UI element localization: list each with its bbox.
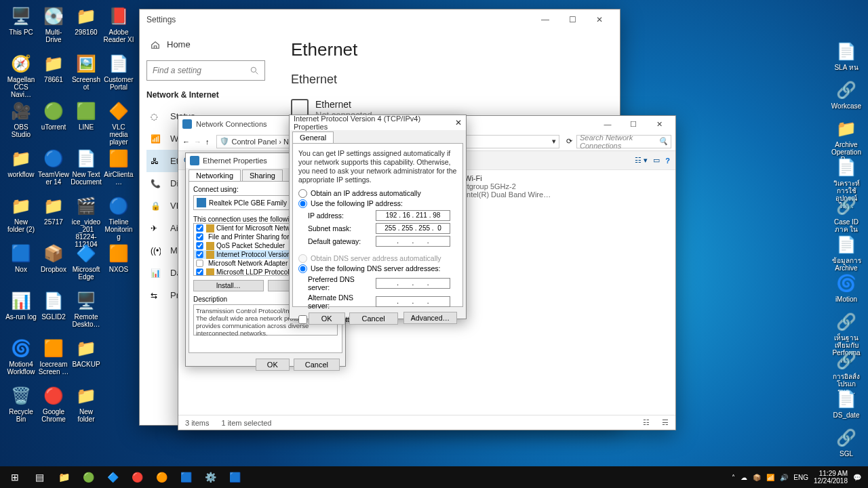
forward-button[interactable]: →	[194, 138, 201, 146]
desktop-icon[interactable]: 🎥OBS Studio	[5, 100, 37, 138]
settings-icon[interactable]: ⚙️	[198, 466, 222, 488]
desktop-icon[interactable]: 📁25717	[38, 195, 69, 226]
tab-networking[interactable]: Networking	[189, 169, 241, 181]
subnet-mask-field[interactable]	[376, 223, 450, 234]
edge-icon[interactable]: 🔷	[100, 466, 125, 488]
desktop-icon[interactable]: 🔗SGL	[831, 427, 862, 458]
page-title: Ethernet	[291, 39, 601, 60]
task-view-button[interactable]: ▤	[27, 466, 52, 488]
desktop-icon[interactable]: 🔗Workcase	[831, 79, 862, 110]
ok-button[interactable]: OK	[256, 359, 290, 371]
view-details-icon[interactable]: ☷	[643, 418, 650, 427]
view-icons-button[interactable]: ☷ ▾	[635, 156, 648, 165]
desktop-icon[interactable]: 🖼️Screenshot	[71, 53, 102, 91]
app-icon[interactable]: 🟠	[149, 466, 174, 488]
desktop-icon[interactable]: 💽Multi-Drive	[38, 5, 69, 43]
desktop-icon[interactable]: 📄ข้อมูลการ Archive	[831, 234, 862, 272]
cancel-button[interactable]: Cancel	[349, 312, 398, 325]
desktop-icon[interactable]: 🔴Google Chrome	[38, 385, 69, 423]
desktop-icon[interactable]: 📁298160	[71, 5, 102, 36]
view-list-icon[interactable]: ☴	[662, 418, 669, 427]
help-button[interactable]: ?	[665, 157, 670, 165]
chrome-icon[interactable]: 🔴	[125, 466, 149, 488]
desktop-icon[interactable]: 🖥️Remote Deskto…	[71, 290, 102, 328]
action-center-icon[interactable]: 💬	[853, 474, 861, 481]
back-button[interactable]: ←	[182, 138, 190, 146]
search-box[interactable]: Search Network Connections 🔍	[576, 135, 671, 148]
svg-point-0	[251, 67, 256, 72]
close-button[interactable]: ✕	[586, 10, 613, 29]
desktop-icon[interactable]: 🟧AirClienta…	[103, 148, 134, 186]
desktop-icon[interactable]: 📄SLA หน	[831, 41, 862, 71]
desktop-icon[interactable]: 🟧Icecream Screen …	[38, 338, 69, 375]
install-button[interactable]: Install…	[193, 280, 264, 291]
preferred-dns-field[interactable]	[376, 278, 450, 289]
advanced-button[interactable]: Advanced…	[403, 312, 457, 324]
close-button[interactable]: ✕	[647, 117, 671, 131]
close-button[interactable]: ✕	[455, 118, 462, 127]
desktop-icon[interactable]: 📊As-run log	[5, 290, 37, 321]
desktop-icon[interactable]: 🟧NXOS	[103, 243, 134, 273]
preview-pane-button[interactable]: ▭	[653, 156, 660, 165]
desktop-icon[interactable]: 📁workflow	[5, 148, 37, 178]
desktop-icon[interactable]: 🌀iMotion	[831, 272, 862, 303]
desktop-icon[interactable]: 📁New folder (2)	[5, 195, 37, 233]
desktop-icon[interactable]: 🔵Tieline Monitoring	[103, 195, 134, 241]
wifi-adapter-item[interactable]: Wi-Fi rtgroup 5GHz-2 Intel(R) Dual Band …	[465, 174, 671, 199]
desktop-icon[interactable]: 📄DS_date	[831, 388, 862, 419]
tab-sharing[interactable]: Sharing	[242, 169, 283, 181]
radio-obtain-ip-auto[interactable]: Obtain an IP address automatically	[298, 189, 457, 198]
desktop-icon[interactable]: 🔵TeamViewer 14	[38, 148, 69, 186]
desktop-icon[interactable]: 🧭Magellan CCS Navi…	[5, 53, 37, 98]
desktop-icon[interactable]: 📄Customer Portal	[103, 53, 134, 91]
up-button[interactable]: ↑	[205, 138, 210, 146]
ok-button[interactable]: OK	[309, 312, 345, 325]
tab-general[interactable]: General	[292, 131, 334, 143]
desktop-icon[interactable]: 📁BACKUP	[71, 338, 102, 368]
desktop-icon[interactable]: 📁New folder	[71, 385, 102, 423]
desktop-icon[interactable]: 🌀Motion4 Workflow	[5, 338, 37, 375]
maximize-button[interactable]: ☐	[621, 117, 646, 131]
file-explorer-icon[interactable]: 📁	[52, 466, 76, 488]
screenshot-tool-icon[interactable]: 🟦	[222, 466, 247, 488]
utorrent-icon[interactable]: 🟢	[76, 466, 100, 488]
default-gateway-field[interactable]	[376, 236, 450, 247]
desktop-icon[interactable]: 🟩LINE	[71, 100, 102, 131]
refresh-button[interactable]: ⟳	[566, 137, 572, 146]
desktop-icon[interactable]: 🟢uTorrent	[38, 100, 69, 131]
ip-address-field[interactable]	[376, 210, 450, 221]
tray-dropbox-icon[interactable]: 📦	[753, 474, 761, 481]
page-subheader: Ethernet	[291, 73, 601, 87]
start-button[interactable]: ⊞	[3, 466, 27, 488]
settings-search[interactable]: Find a setting	[146, 60, 265, 81]
minimize-button[interactable]: —	[595, 117, 620, 131]
desktop-icon[interactable]: 🗑️Recycle Bin	[5, 385, 37, 423]
minimize-button[interactable]: —	[532, 10, 559, 29]
cancel-button[interactable]: Cancel	[294, 359, 340, 371]
desktop-icon[interactable]: 📄SGLID2	[38, 290, 69, 321]
desktop-icon[interactable]: 🎬ice_video_201 81224-112104	[71, 195, 102, 248]
maximize-button[interactable]: ☐	[559, 10, 586, 29]
radio-use-ip[interactable]: Use the following IP address:	[298, 199, 457, 208]
home-link[interactable]: Home	[146, 34, 265, 55]
desktop-icon[interactable]: 🖥️This PC	[5, 5, 37, 36]
svg-text:🔒: 🔒	[151, 201, 161, 211]
app-icon-2[interactable]: 🟦	[174, 466, 198, 488]
desktop-icon[interactable]: 🔷Microsoft Edge	[71, 243, 102, 281]
desktop-icon[interactable]: 📄New Text Document	[71, 148, 102, 186]
tray-cloud-icon[interactable]: ☁	[741, 474, 747, 481]
radio-use-dns[interactable]: Use the following DNS server addresses:	[298, 264, 457, 273]
desktop-icon[interactable]: 🔶VLC media player	[103, 100, 134, 146]
desktop-icon[interactable]: 🔗Case ID ภาค ใน	[831, 195, 862, 233]
desktop-icon[interactable]: 🟦Nox	[5, 243, 37, 273]
tray-language[interactable]: ENG	[793, 474, 808, 481]
svg-text:◌: ◌	[151, 112, 157, 121]
desktop-icon[interactable]: 📦Dropbox	[38, 243, 69, 273]
tray-wifi-icon[interactable]: 📶	[766, 474, 774, 481]
tray-volume-icon[interactable]: 🔊	[780, 474, 788, 481]
tray-chevron-icon[interactable]: ˄	[732, 474, 735, 481]
desktop-icon[interactable]: 📁78661	[38, 53, 69, 83]
desktop-icon[interactable]: 📕Adobe Reader XI	[103, 5, 134, 43]
alternate-dns-field[interactable]	[376, 296, 450, 307]
taskbar-clock[interactable]: 11:29 AM 12/24/2018	[814, 470, 848, 485]
